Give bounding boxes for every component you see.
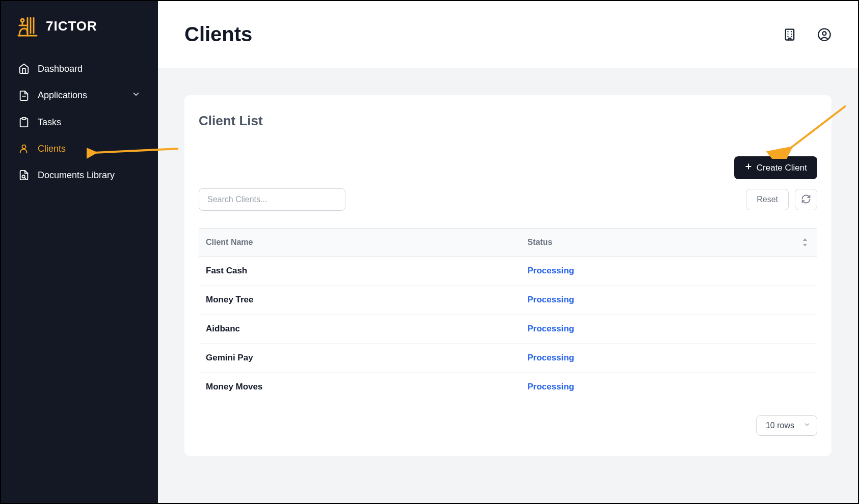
cell-status: Processing xyxy=(520,286,817,315)
svg-rect-2 xyxy=(22,118,25,120)
clipboard-icon xyxy=(18,117,30,128)
building-icon[interactable] xyxy=(783,27,797,42)
status-link[interactable]: Processing xyxy=(527,353,574,362)
refresh-button[interactable] xyxy=(795,189,817,210)
brand-logo: 7ICTOR xyxy=(1,15,158,51)
status-link[interactable]: Processing xyxy=(527,266,574,275)
table-row[interactable]: Fast CashProcessing xyxy=(199,257,817,286)
cell-status: Processing xyxy=(520,257,817,286)
sidebar-item-clients[interactable]: Clients xyxy=(8,136,151,161)
table-row[interactable]: AidbancProcessing xyxy=(199,315,817,344)
user-icon xyxy=(18,143,30,154)
status-link[interactable]: Processing xyxy=(527,382,574,391)
card-actions-top: Create Client xyxy=(199,156,817,179)
brand-name: 7ICTOR xyxy=(46,18,97,34)
reset-button[interactable]: Reset xyxy=(746,189,789,210)
chevron-down-icon xyxy=(803,421,811,430)
sidebar-item-label: Applications xyxy=(38,90,87,101)
sidebar: 7ICTOR Dashboard Applications xyxy=(1,1,158,503)
card-title: Client List xyxy=(199,113,817,129)
sidebar-item-label: Tasks xyxy=(38,117,61,128)
header: Clients xyxy=(158,1,858,68)
table-row[interactable]: Money MovesProcessing xyxy=(199,373,817,402)
document-search-icon xyxy=(18,170,30,181)
file-icon xyxy=(18,90,30,101)
rows-selector-label: 10 rows xyxy=(766,421,794,430)
sidebar-item-documents-library[interactable]: Documents Library xyxy=(8,162,151,188)
clients-table: Client Name Status Fast CashProcessingMo… xyxy=(199,228,817,401)
create-client-label: Create Client xyxy=(757,163,807,173)
status-link[interactable]: Processing xyxy=(527,324,574,333)
content: Client List Create Client Reset xyxy=(158,68,858,503)
create-client-button[interactable]: Create Client xyxy=(734,156,817,179)
filters-row: Reset xyxy=(199,188,817,211)
sidebar-item-tasks[interactable]: Tasks xyxy=(8,109,151,135)
cell-client-name: Aidbanc xyxy=(199,315,520,344)
table-row[interactable]: Money TreeProcessing xyxy=(199,286,817,315)
col-client-name[interactable]: Client Name xyxy=(199,229,520,257)
svg-point-3 xyxy=(22,145,25,149)
lion-icon xyxy=(16,15,39,37)
sidebar-item-label: Documents Library xyxy=(38,170,115,181)
cell-status: Processing xyxy=(520,315,817,344)
sidebar-nav: Dashboard Applications Tasks xyxy=(1,51,158,193)
sidebar-item-applications[interactable]: Applications xyxy=(8,82,151,108)
sort-icon xyxy=(802,238,808,246)
home-icon xyxy=(18,63,30,74)
main: Clients Client List Create C xyxy=(158,1,858,503)
cell-client-name: Money Tree xyxy=(199,286,520,315)
refresh-icon xyxy=(801,194,811,206)
cell-client-name: Gemini Pay xyxy=(199,344,520,373)
client-list-card: Client List Create Client Reset xyxy=(184,95,831,456)
header-actions xyxy=(783,27,831,42)
app-root: 7ICTOR Dashboard Applications xyxy=(1,1,858,503)
svg-line-5 xyxy=(24,178,25,179)
cell-status: Processing xyxy=(520,344,817,373)
table-footer: 10 rows xyxy=(199,415,817,436)
chevron-down-icon xyxy=(131,90,141,101)
filters-right: Reset xyxy=(746,189,817,210)
table-row[interactable]: Gemini PayProcessing xyxy=(199,344,817,373)
col-status[interactable]: Status xyxy=(520,229,817,257)
sidebar-item-label: Clients xyxy=(38,144,66,154)
search-input[interactable] xyxy=(199,188,345,211)
cell-client-name: Money Moves xyxy=(199,373,520,402)
account-icon[interactable] xyxy=(817,27,831,42)
cell-status: Processing xyxy=(520,373,817,402)
cell-client-name: Fast Cash xyxy=(199,257,520,286)
rows-selector[interactable]: 10 rows xyxy=(756,415,817,436)
col-status-label: Status xyxy=(527,238,552,246)
page-title: Clients xyxy=(184,23,252,46)
sidebar-item-dashboard[interactable]: Dashboard xyxy=(8,56,151,81)
svg-point-14 xyxy=(823,32,826,35)
status-link[interactable]: Processing xyxy=(527,295,574,304)
sidebar-item-label: Dashboard xyxy=(38,64,83,74)
svg-point-0 xyxy=(21,19,24,22)
plus-icon xyxy=(744,162,753,173)
